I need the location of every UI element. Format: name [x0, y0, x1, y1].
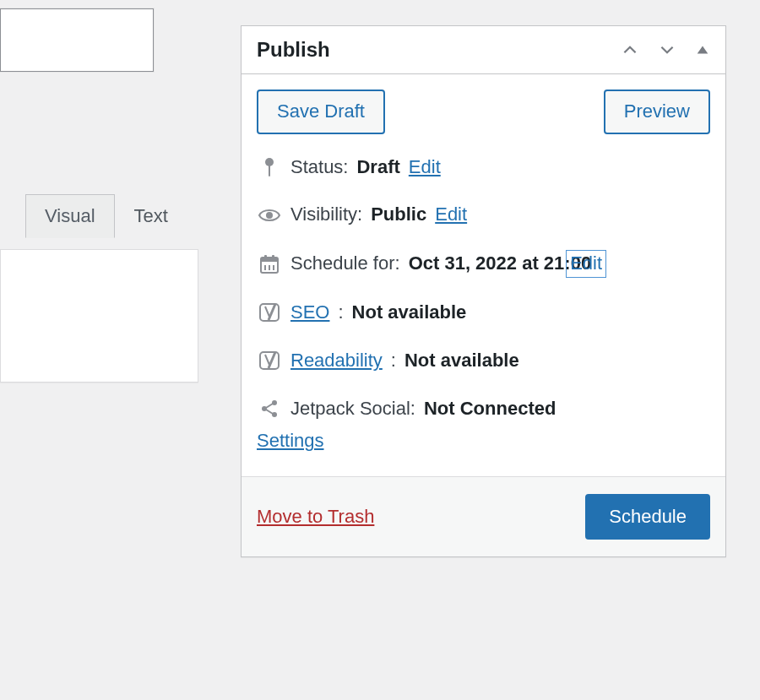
- svg-rect-2: [269, 166, 270, 176]
- status-row: Status: Draft Edit: [257, 155, 710, 181]
- svg-rect-7: [272, 255, 274, 259]
- svg-marker-0: [698, 46, 708, 54]
- publish-metabox: Publish Save Draft Preview: [241, 25, 726, 557]
- status-label: Status:: [290, 155, 348, 181]
- schedule-label: Schedule for:: [290, 251, 400, 277]
- schedule-value: Oct 31, 2022 at 21:00: [409, 251, 591, 277]
- metabox-title: Publish: [257, 38, 330, 62]
- move-to-trash-link[interactable]: Move to Trash: [257, 506, 374, 528]
- schedule-button-label: Schedule: [609, 506, 687, 527]
- schedule-edit-link[interactable]: Edit: [566, 250, 606, 278]
- social-value: Not Connected: [424, 396, 556, 422]
- svg-rect-9: [269, 265, 270, 270]
- metabox-footer: Move to Trash Schedule: [242, 476, 725, 556]
- tab-text[interactable]: Text: [115, 194, 187, 238]
- status-edit-link[interactable]: Edit: [409, 155, 441, 181]
- metabox-top-actions: Save Draft Preview: [257, 90, 710, 134]
- editor-tabs: Visual Text: [25, 194, 187, 238]
- social-row: Jetpack Social: Not Connected Settings: [257, 396, 710, 455]
- tab-visual[interactable]: Visual: [25, 194, 115, 238]
- save-draft-button[interactable]: Save Draft: [257, 90, 385, 134]
- visibility-edit-link[interactable]: Edit: [435, 202, 467, 228]
- calendar-icon: [257, 254, 282, 274]
- schedule-row: Schedule for: Oct 31, 2022 at 21:00 Edit: [257, 250, 710, 278]
- visibility-row: Visibility: Public Edit: [257, 202, 710, 228]
- move-up-icon[interactable]: [621, 41, 639, 59]
- yoast-icon: [257, 350, 282, 372]
- svg-line-16: [266, 404, 273, 408]
- seo-row: SEO: Not available: [257, 300, 710, 326]
- preview-label: Preview: [624, 100, 690, 122]
- pin-icon: [257, 156, 282, 178]
- visibility-value: Public: [371, 202, 426, 228]
- svg-line-17: [266, 410, 273, 414]
- editor-body[interactable]: [0, 249, 198, 383]
- svg-rect-5: [261, 258, 278, 262]
- readability-value: Not available: [404, 348, 519, 374]
- readability-link[interactable]: Readability: [290, 348, 383, 374]
- yoast-icon: [257, 301, 282, 323]
- svg-rect-8: [264, 265, 266, 270]
- svg-point-1: [265, 158, 274, 166]
- status-value: Draft: [356, 155, 399, 181]
- metabox-body: Save Draft Preview Status: Draft Edit Vi…: [242, 74, 725, 476]
- preview-button[interactable]: Preview: [604, 90, 710, 134]
- metabox-header-controls: [621, 41, 710, 59]
- seo-link[interactable]: SEO: [290, 300, 329, 326]
- eye-icon: [257, 207, 282, 224]
- schedule-button[interactable]: Schedule: [585, 494, 710, 540]
- visibility-label: Visibility:: [290, 202, 362, 228]
- move-down-icon[interactable]: [658, 41, 676, 59]
- social-label: Jetpack Social:: [290, 396, 415, 422]
- readability-row: Readability: Not available: [257, 348, 710, 374]
- svg-point-3: [266, 212, 273, 219]
- svg-rect-6: [264, 255, 267, 259]
- metabox-header: Publish: [242, 26, 725, 74]
- share-icon: [257, 399, 282, 419]
- readability-sep: :: [391, 348, 396, 374]
- social-settings-link[interactable]: Settings: [257, 428, 710, 454]
- svg-rect-10: [273, 265, 274, 270]
- tab-text-label: Text: [134, 205, 168, 226]
- toggle-panel-icon[interactable]: [695, 42, 710, 57]
- tab-visual-label: Visual: [45, 205, 95, 226]
- seo-sep: :: [338, 300, 343, 326]
- title-input[interactable]: [0, 8, 154, 72]
- save-draft-label: Save Draft: [277, 100, 365, 122]
- seo-value: Not available: [352, 300, 467, 326]
